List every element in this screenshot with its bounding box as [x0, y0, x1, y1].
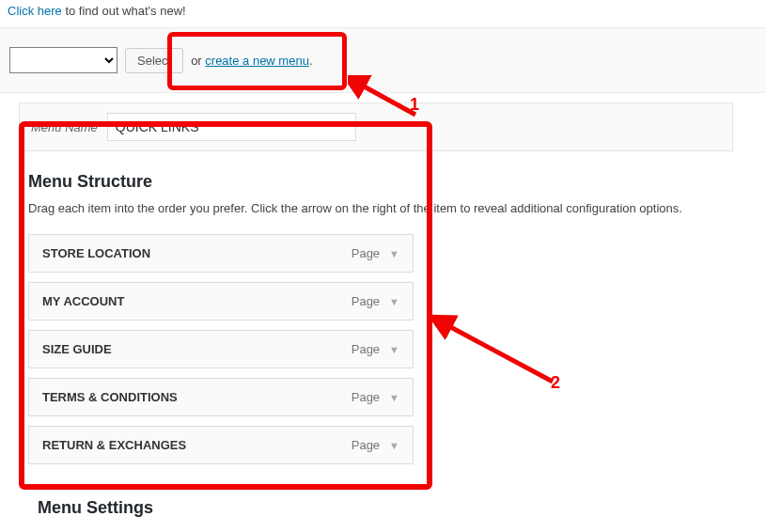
menu-structure-heading: Menu Structure [28, 172, 738, 192]
chevron-down-icon[interactable]: ▼ [389, 392, 399, 403]
menu-item-type: Page [352, 438, 380, 452]
menu-item[interactable]: STORE LOCATION Page ▼ [28, 234, 414, 273]
menu-select-dropdown[interactable] [9, 47, 117, 73]
menu-name-row: Menu Name [19, 102, 733, 151]
menu-action-bar: Select or create a new menu. [0, 27, 766, 93]
menu-structure-description: Drag each item into the order you prefer… [28, 201, 738, 215]
create-menu-link[interactable]: create a new menu [205, 54, 309, 68]
menu-item-title: RETURN & EXCHANGES [42, 438, 186, 452]
menu-item-title: MY ACCOUNT [42, 294, 124, 308]
menu-item-type: Page [352, 246, 380, 260]
chevron-down-icon[interactable]: ▼ [389, 344, 399, 355]
chevron-down-icon[interactable]: ▼ [389, 248, 399, 259]
period: . [309, 54, 313, 68]
menu-edit-panel: Menu Name Menu Structure Drag each item … [19, 102, 747, 518]
whats-new-link[interactable]: Click here [8, 4, 62, 18]
menu-item-type: Page [352, 294, 380, 308]
menu-item[interactable]: TERMS & CONDITIONS Page ▼ [28, 378, 414, 416]
menu-item-meta[interactable]: Page ▼ [352, 246, 399, 260]
menu-item[interactable]: RETURN & EXCHANGES Page ▼ [28, 426, 414, 464]
or-text: or create a new menu. [191, 54, 312, 68]
menu-item[interactable]: MY ACCOUNT Page ▼ [28, 282, 414, 321]
select-button[interactable]: Select [125, 48, 183, 73]
menu-name-label: Menu Name [31, 120, 98, 134]
menu-item-meta[interactable]: Page ▼ [352, 342, 399, 356]
menu-item[interactable]: SIZE GUIDE Page ▼ [28, 330, 414, 368]
menu-items-list: STORE LOCATION Page ▼ MY ACCOUNT Page ▼ … [28, 234, 738, 464]
chevron-down-icon[interactable]: ▼ [389, 440, 399, 451]
menu-item-title: STORE LOCATION [42, 246, 150, 260]
menu-item-title: SIZE GUIDE [42, 342, 112, 356]
menu-structure-section: Menu Structure Drag each item into the o… [19, 151, 747, 518]
menu-item-meta[interactable]: Page ▼ [352, 294, 399, 308]
menu-item-meta[interactable]: Page ▼ [352, 438, 399, 452]
menu-item-title: TERMS & CONDITIONS [42, 390, 178, 404]
menu-item-type: Page [352, 342, 380, 356]
menu-settings-heading: Menu Settings [38, 498, 738, 518]
menu-item-type: Page [352, 390, 380, 404]
chevron-down-icon[interactable]: ▼ [389, 296, 399, 307]
whats-new-rest: to find out what's new! [62, 4, 186, 18]
menu-name-input[interactable] [107, 113, 356, 141]
top-banner: Click here to find out what's new! [0, 0, 766, 27]
or-word: or [191, 54, 205, 68]
menu-item-meta[interactable]: Page ▼ [352, 390, 399, 404]
